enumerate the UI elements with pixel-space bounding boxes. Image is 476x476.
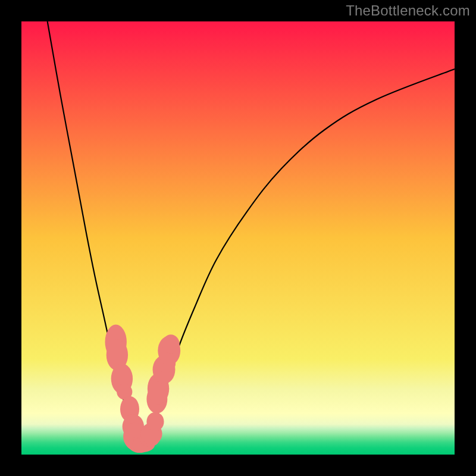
- data-point: [146, 412, 164, 431]
- plot-area: [21, 21, 455, 455]
- gradient-bg: [21, 21, 455, 455]
- chart-frame: TheBottleneck.com: [0, 0, 476, 476]
- plot-svg: [21, 21, 455, 455]
- watermark-text: TheBottleneck.com: [346, 2, 470, 19]
- data-point: [162, 334, 180, 353]
